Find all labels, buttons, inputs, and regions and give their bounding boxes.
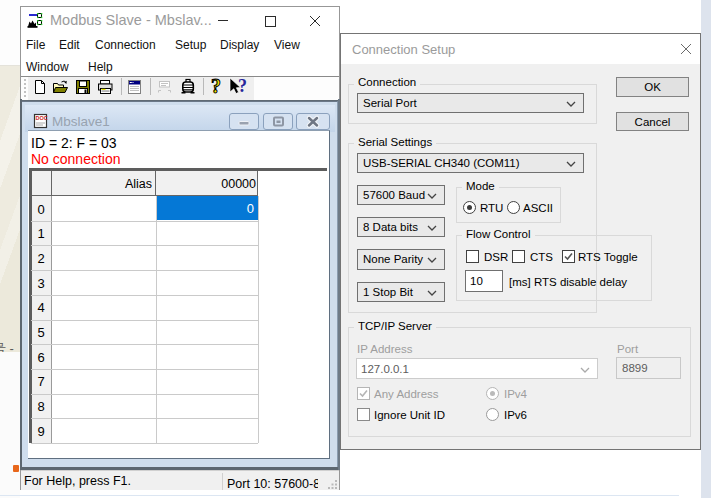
svg-text:?: ? (211, 76, 221, 97)
svg-text:DOC: DOC (36, 115, 48, 121)
svg-text:?: ? (238, 76, 247, 96)
